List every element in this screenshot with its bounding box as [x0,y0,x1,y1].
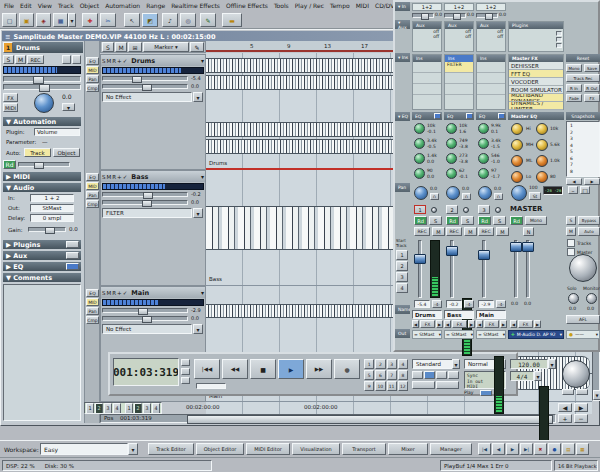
afl-button[interactable]: AFL [566,315,600,324]
plugins-header[interactable]: Plugins [509,22,563,29]
mute-button-ch2[interactable]: M [464,227,477,236]
master-eq-gain-mh[interactable] [511,139,523,151]
midi-section-header[interactable]: ▶ MIDI [3,172,81,181]
read-button-ch2[interactable]: Rd [446,216,459,225]
menu-midi[interactable]: MIDI [356,2,369,9]
sync-mode-arrow[interactable]: ▾ [452,359,460,369]
add-icon[interactable]: + [117,290,122,296]
edit-mode-button[interactable]: ✎ [190,42,204,52]
mixer-eq-row-label[interactable]: ▾ EQ [395,112,410,121]
solo-button-ch3[interactable]: S [493,216,506,225]
rec-flag[interactable]: R [112,174,116,180]
effect-menu-drums[interactable]: ▾ [193,92,203,102]
track-pan-knob[interactable] [34,93,54,113]
track-name[interactable]: Bass [131,173,148,181]
track-pan-slider[interactable] [3,84,81,90]
range-button-10[interactable]: 10 [375,381,385,391]
fx-button-ch2[interactable]: FX [452,320,467,328]
rec-out-button[interactable]: R Out [584,84,600,92]
reset-button[interactable]: Reset [566,54,600,62]
master-eq-freq-hi[interactable] [536,123,548,135]
record-tool-button[interactable]: ♪ [162,13,178,27]
setup-snapshot-1[interactable]: 1 [86,403,94,414]
transport-mini-button-1[interactable] [562,389,574,395]
export-button[interactable]: ◈ [36,13,51,27]
master-fx-dehisser[interactable]: DEHISSER [509,62,563,70]
eq-knob-ch2-b2[interactable] [446,138,457,149]
master-fx-next[interactable]: ▶ [534,320,541,328]
mixer-toggle[interactable]: Mixer [388,443,428,455]
channel-led-2[interactable] [463,207,469,213]
workspace-select[interactable]: Easy [40,443,128,455]
master-fx-prev[interactable]: ◀ [510,320,517,328]
menu-edit[interactable]: Edit [20,2,32,9]
automation-level-slider[interactable] [18,162,70,167]
automation-section-header[interactable]: ▼ Automation [3,117,81,126]
eq-knob-ch2-b1[interactable] [446,123,457,134]
monitor-button[interactable]: ▦ [576,443,589,455]
aux-toggle-button[interactable] [66,252,79,259]
track-pan-menu-button[interactable]: ▾ [62,103,75,111]
punch-in-button[interactable] [412,381,435,389]
master-eq-gain-hi[interactable] [511,123,523,135]
rec-button-ch1[interactable]: REC [414,227,430,236]
stereo-button[interactable]: St [529,192,541,200]
master-fader-r[interactable] [522,242,534,252]
automation-plugin-value[interactable]: Volume [34,128,80,136]
scroll-right-button[interactable]: ▶ [574,403,588,412]
snapshots-list[interactable]: 1 2 3 4 5 6 7 8 [566,121,600,177]
close-workspace-button[interactable]: ✖ [534,443,547,455]
fader-group-ch1[interactable]: -4- [432,300,442,308]
start-track-3[interactable]: 3 [396,272,408,282]
channel-led-1[interactable] [431,207,437,213]
tempo-arrow[interactable]: ▾ [548,359,556,369]
start-track-4[interactable]: 4 [396,283,408,293]
monitor-out-select[interactable]: ●——▾ [566,330,600,339]
master-eq-freq-ml[interactable] [536,155,548,167]
menu-cddvd[interactable]: CD/DVD [375,2,393,9]
track-rec-button[interactable]: REC [27,55,44,64]
zoom-snapshot-3[interactable]: 3 [143,403,151,414]
track-name[interactable]: Drums [131,57,155,65]
mini-mid-button-2[interactable]: MID [86,182,99,190]
eq-knob-ch3-b1[interactable] [478,123,489,134]
zoom-snapshot-4[interactable]: 4 [152,403,160,414]
mixer-maximize-button[interactable]: □ [580,186,590,194]
sync-toggle-1[interactable] [412,371,423,379]
open-button[interactable]: ▣ [19,13,34,27]
save-button[interactable]: ▦ [53,13,68,27]
rec-in-button[interactable]: R In [566,84,582,92]
pan-slider-bass[interactable] [102,200,188,205]
sync-toggle-3[interactable] [436,371,447,379]
nav-last-button[interactable]: ▶| [520,443,533,455]
mini-eq-button-3[interactable]: EQ [86,289,99,297]
midi-editor-toggle[interactable]: MIDI Editor [246,443,290,455]
effect-menu-bass[interactable]: ▾ [193,208,203,218]
pan-knob-ch3[interactable] [478,186,492,200]
in-select-ch3[interactable]: 1+2 [476,3,506,11]
transport-time-display[interactable]: 001:03:319 [113,358,179,386]
master-fx-fft-eq[interactable]: FFT EQ [509,70,563,78]
aux-header[interactable]: Aux [477,22,505,29]
channel-name-ch1[interactable]: Drums [412,310,442,319]
eq-knob-ch3-b4[interactable] [478,168,489,179]
eq-toggle-button[interactable] [66,263,79,270]
effect-select-main[interactable]: No Effect [102,324,192,334]
zoom-snapshot-2[interactable]: 2 [134,403,142,414]
stop-button[interactable]: ■ [250,359,276,379]
transport-toggle[interactable]: Transport [342,443,386,455]
channel-select-3[interactable]: 3 [478,205,490,214]
rec-button-ch2[interactable]: REC [446,227,462,236]
volume-slider-main[interactable] [102,308,188,313]
comments-text-area[interactable] [3,284,81,421]
scrub-strip[interactable] [196,383,226,389]
time-format-button-2[interactable] [181,368,190,375]
automation-object-button[interactable]: Object [53,148,80,157]
mixer-minimize-button[interactable]: – [568,186,578,194]
signature-display[interactable]: 4/4 [510,371,534,381]
new-file-button[interactable]: ▢ [2,13,17,27]
fx-button-ch1[interactable]: FX [420,320,435,328]
horizontal-scrollbar[interactable] [100,414,556,423]
scroll-down-button[interactable]: ▼ [593,390,600,400]
out-select-ch3[interactable]: = StMast▾ [476,330,506,339]
